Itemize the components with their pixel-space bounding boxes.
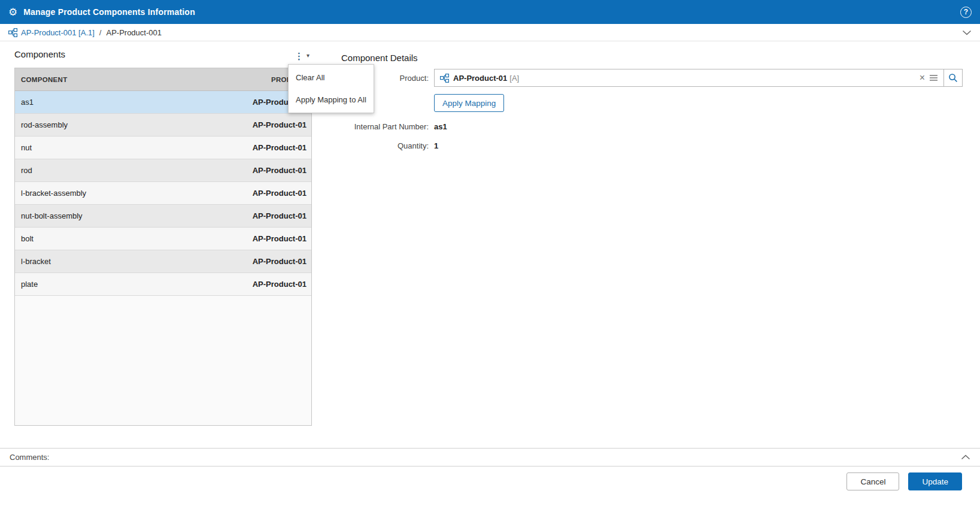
table-row[interactable]: l-bracket-assemblyAP-Product-01 bbox=[15, 182, 311, 205]
page-title: Manage Product Components Information bbox=[23, 7, 195, 17]
chevron-up-icon[interactable] bbox=[961, 455, 970, 460]
components-title: Components bbox=[14, 49, 312, 59]
table-row[interactable]: nut-bolt-assemblyAP-Product-01 bbox=[15, 205, 311, 228]
column-header-component: COMPONENT bbox=[15, 76, 204, 83]
breadcrumb-link[interactable]: AP-Product-001 [A.1] bbox=[21, 28, 95, 37]
component-cell: plate bbox=[15, 280, 204, 289]
table-row[interactable]: rod-assemblyAP-Product-01 bbox=[15, 114, 311, 137]
menu-item[interactable]: Clear All bbox=[289, 66, 374, 89]
table-row[interactable]: rodAP-Product-01 bbox=[15, 159, 311, 182]
clear-icon[interactable]: × bbox=[920, 73, 925, 83]
search-button[interactable] bbox=[943, 69, 963, 87]
product-field-wrap: AP-Product-01 [A] × bbox=[434, 69, 963, 87]
internal-part-number-row: Internal Part Number: as1 bbox=[341, 122, 963, 131]
product-input[interactable]: AP-Product-01 [A] × bbox=[434, 69, 944, 87]
breadcrumb-current: AP-Product-001 bbox=[106, 28, 162, 37]
product-value: AP-Product-01 bbox=[453, 74, 507, 83]
product-cell: AP-Product-01 bbox=[204, 257, 311, 266]
component-cell: l-bracket-assembly bbox=[15, 189, 204, 198]
product-version: [A] bbox=[509, 74, 519, 83]
component-cell: l-bracket bbox=[15, 257, 204, 266]
component-details-panel: Component Details Product: AP-Product-01… bbox=[341, 53, 963, 150]
quantity-value: 1 bbox=[434, 141, 438, 150]
apply-mapping-button[interactable]: Apply Mapping bbox=[434, 94, 504, 112]
quantity-row: Quantity: 1 bbox=[341, 141, 963, 150]
internal-part-number-value: as1 bbox=[434, 122, 447, 131]
product-cell: AP-Product-01 bbox=[204, 143, 311, 152]
bom-icon bbox=[440, 74, 449, 83]
help-icon[interactable]: ? bbox=[960, 7, 972, 18]
product-cell: AP-Product-01 bbox=[204, 120, 311, 129]
comments-label: Comments: bbox=[10, 453, 49, 462]
components-table-body: as1AP-Product-01rod-assemblyAP-Product-0… bbox=[15, 91, 311, 296]
component-cell: rod bbox=[15, 166, 204, 175]
product-cell: AP-Product-01 bbox=[204, 280, 311, 289]
component-cell: as1 bbox=[15, 98, 204, 107]
table-actions-menu-button[interactable]: ⋮ ▾ bbox=[295, 49, 310, 62]
component-cell: nut bbox=[15, 143, 204, 152]
product-cell: AP-Product-01 bbox=[204, 189, 311, 198]
table-row[interactable]: nutAP-Product-01 bbox=[15, 137, 311, 159]
product-cell: AP-Product-01 bbox=[204, 234, 311, 243]
component-cell: nut-bolt-assembly bbox=[15, 211, 204, 220]
list-icon[interactable] bbox=[929, 74, 938, 82]
component-details-title: Component Details bbox=[341, 53, 963, 63]
product-cell: AP-Product-01 bbox=[204, 211, 311, 220]
breadcrumb-separator: / bbox=[99, 28, 102, 37]
gear-icon: ⚙ bbox=[8, 7, 17, 17]
components-table-header: COMPONENT PRODUCT bbox=[15, 68, 311, 91]
components-table: COMPONENT PRODUCT as1AP-Product-01rod-as… bbox=[14, 68, 312, 426]
breadcrumb: AP-Product-001 [A.1] / AP-Product-001 bbox=[0, 24, 980, 41]
table-row[interactable]: as1AP-Product-01 bbox=[15, 91, 311, 114]
component-cell: rod-assembly bbox=[15, 120, 204, 129]
quantity-label: Quantity: bbox=[341, 141, 429, 150]
internal-part-number-label: Internal Part Number: bbox=[341, 122, 429, 131]
chevron-down-icon[interactable] bbox=[962, 30, 972, 35]
comments-section: Comments: bbox=[0, 448, 980, 466]
app-header: ⚙ Manage Product Components Information … bbox=[0, 0, 980, 24]
search-icon bbox=[948, 73, 958, 83]
product-cell: AP-Product-01 bbox=[204, 166, 311, 175]
cancel-button[interactable]: Cancel bbox=[846, 472, 899, 490]
update-button[interactable]: Update bbox=[908, 472, 962, 490]
bom-icon bbox=[8, 28, 17, 37]
product-row: Product: AP-Product-01 [A] × bbox=[341, 69, 963, 87]
table-row[interactable]: plateAP-Product-01 bbox=[15, 273, 311, 296]
caret-down-icon: ▾ bbox=[307, 53, 310, 59]
components-panel: Components COMPONENT PRODUCT as1AP-Produ… bbox=[14, 49, 312, 426]
table-row[interactable]: l-bracketAP-Product-01 bbox=[15, 250, 311, 273]
kebab-icon: ⋮ bbox=[295, 52, 304, 60]
component-cell: bolt bbox=[15, 234, 204, 243]
context-menu: Clear AllApply Mapping to All bbox=[288, 64, 374, 113]
table-row[interactable]: boltAP-Product-01 bbox=[15, 228, 311, 250]
menu-item[interactable]: Apply Mapping to All bbox=[289, 89, 374, 111]
footer-bar: Cancel Update bbox=[0, 466, 980, 518]
